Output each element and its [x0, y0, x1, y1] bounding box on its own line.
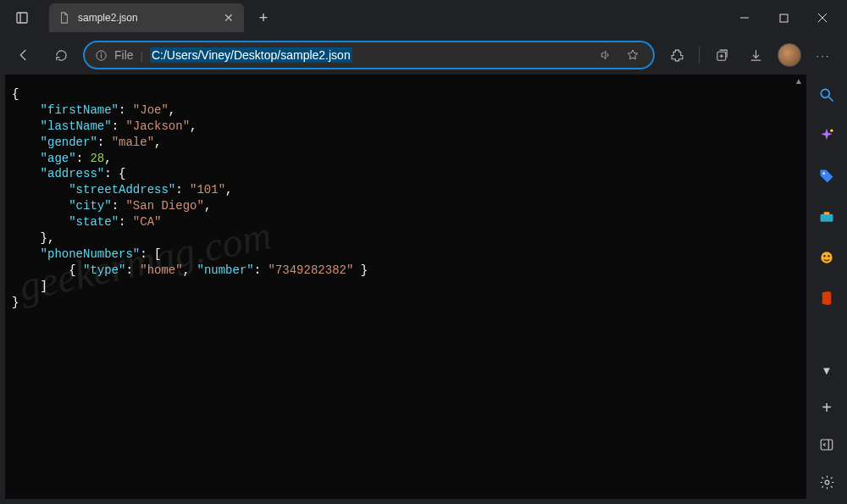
browser-tab[interactable]: sample2.json ✕	[49, 3, 244, 32]
address-scheme: File	[114, 48, 134, 62]
search-icon[interactable]	[817, 85, 837, 105]
back-button[interactable]	[8, 40, 39, 70]
profile-button[interactable]	[774, 40, 805, 70]
sparkle-icon[interactable]	[817, 125, 837, 146]
tab-close-button[interactable]: ✕	[222, 11, 235, 25]
toolbar-right: ···	[662, 40, 839, 70]
svg-point-16	[821, 252, 832, 263]
menu-button[interactable]: ···	[808, 40, 839, 70]
add-sidebar-icon[interactable]: +	[817, 397, 837, 418]
svg-line-11	[829, 97, 833, 102]
address-path: C:/Users/Viney/Desktop/sample2.json	[150, 47, 352, 63]
svg-rect-3	[780, 14, 788, 22]
favorite-icon[interactable]	[623, 48, 643, 62]
site-info-icon[interactable]	[95, 49, 108, 62]
svg-rect-0	[17, 13, 27, 23]
collections-button[interactable]	[706, 40, 737, 70]
scroll-up-arrow[interactable]: ▲	[793, 76, 805, 86]
sidebar-toggle-icon[interactable]	[817, 435, 837, 455]
svg-point-17	[823, 255, 826, 258]
close-window-button[interactable]	[803, 3, 842, 33]
downloads-button[interactable]	[740, 40, 771, 70]
settings-icon[interactable]	[817, 472, 837, 492]
svg-rect-14	[821, 214, 833, 222]
minimize-button[interactable]	[725, 3, 764, 33]
tab-actions-button[interactable]	[5, 3, 39, 33]
titlebar: sample2.json ✕ +	[0, 0, 847, 36]
edge-sidebar: ▼ +	[806, 75, 847, 504]
shopping-tag-icon[interactable]	[817, 166, 837, 186]
refresh-button[interactable]	[46, 40, 76, 70]
tab-title: sample2.json	[78, 12, 215, 24]
svg-point-8	[101, 53, 102, 53]
svg-point-21	[825, 480, 829, 485]
read-aloud-icon[interactable]	[595, 48, 616, 62]
svg-point-12	[830, 130, 833, 132]
toolbar: File | C:/Users/Viney/Desktop/sample2.js…	[0, 36, 847, 75]
new-tab-button[interactable]: +	[249, 3, 278, 32]
tools-icon[interactable]	[817, 207, 837, 227]
page-content: { "firstName": "Joe", "lastName": "Jacks…	[5, 75, 806, 499]
avatar-icon	[778, 43, 801, 67]
svg-point-18	[828, 255, 830, 258]
toolbar-divider	[699, 47, 700, 64]
svg-rect-15	[824, 212, 830, 214]
extensions-button[interactable]	[662, 40, 692, 70]
collapse-icon[interactable]: ▼	[817, 360, 837, 380]
address-separator: |	[141, 49, 143, 62]
json-view: { "firstName": "Joe", "lastName": "Jacks…	[5, 75, 806, 322]
svg-point-10	[821, 89, 829, 97]
window-controls	[725, 3, 842, 33]
office-icon[interactable]	[817, 288, 837, 308]
file-icon	[58, 11, 71, 25]
address-bar[interactable]: File | C:/Users/Viney/Desktop/sample2.js…	[83, 41, 655, 69]
svg-point-13	[822, 172, 825, 174]
games-icon[interactable]	[817, 247, 837, 268]
maximize-button[interactable]	[764, 3, 803, 33]
